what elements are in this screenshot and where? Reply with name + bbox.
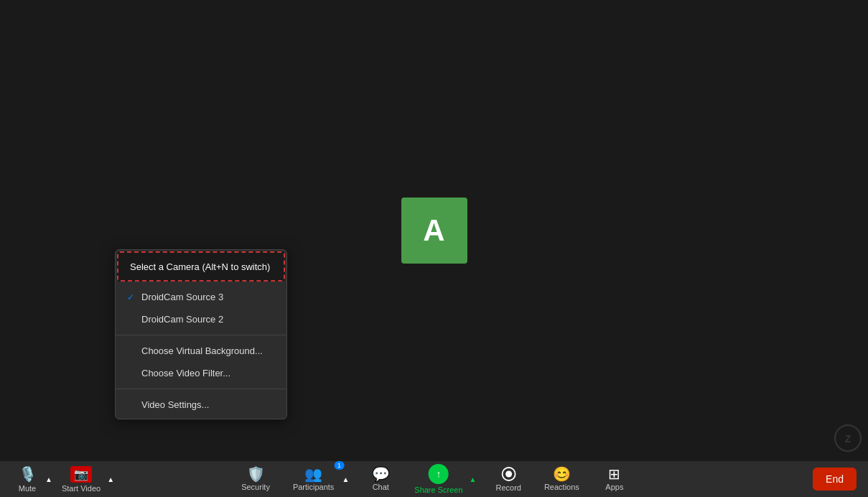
video-chevron-icon: ▲: [107, 475, 114, 483]
record-label: Record: [495, 483, 521, 492]
choose-virtual-bg[interactable]: ✓ Choose Virtual Background...: [116, 340, 286, 362]
divider-1: [116, 335, 286, 335]
divider-2: [116, 389, 286, 389]
chat-icon: 💬: [372, 467, 390, 481]
camera-sources-section: ✓ DroidCam Source 3 ✓ DroidCam Source 2: [116, 283, 286, 333]
reactions-icon: 😊: [553, 467, 571, 481]
security-button[interactable]: 🛡️ Security: [235, 464, 276, 494]
watermark: Z: [834, 424, 862, 455]
video-off-icon: 📷: [70, 466, 92, 483]
chat-button[interactable]: 💬 Chat: [363, 464, 398, 494]
dropdown-header-text: Select a Camera (Alt+N to switch): [130, 261, 270, 272]
video-settings-label: Video Settings...: [141, 399, 209, 410]
share-screen-group: ↑ Share Screen ▲: [410, 461, 478, 497]
end-button[interactable]: End: [813, 468, 857, 491]
share-screen-icon: ↑: [429, 464, 449, 484]
dropdown-header: Select a Camera (Alt+N to switch): [117, 251, 285, 282]
virtual-bg-label: Choose Virtual Background...: [141, 345, 263, 356]
shield-icon: 🛡️: [247, 467, 265, 481]
camera-source-1-label: DroidCam Source 3: [141, 292, 223, 302]
start-video-button[interactable]: 📷 Start Video: [57, 463, 105, 496]
avatar-container: A: [401, 198, 467, 264]
video-arrow[interactable]: ▲: [105, 465, 116, 493]
participants-group: 👥 1 Participants ▲: [287, 464, 351, 494]
share-arrow-icon: ↑: [436, 468, 441, 480]
camera-source-1[interactable]: ✓ DroidCam Source 3: [116, 286, 286, 308]
apps-icon: ⊞: [608, 467, 620, 481]
participants-chevron-icon: ▲: [342, 475, 349, 483]
participants-icon: 👥: [304, 467, 322, 481]
participants-label: Participants: [293, 483, 334, 491]
reactions-label: Reactions: [544, 483, 579, 491]
security-label: Security: [241, 483, 270, 491]
start-video-group: 📷 Start Video ▲: [57, 463, 116, 496]
mute-label: Mute: [19, 484, 36, 493]
svg-text:Z: Z: [845, 433, 851, 445]
share-screen-arrow[interactable]: ▲: [467, 465, 479, 493]
avatar-letter: A: [423, 213, 444, 248]
camera-source-2[interactable]: ✓ DroidCam Source 2: [116, 308, 286, 330]
camera-dropdown-menu: Select a Camera (Alt+N to switch) ✓ Droi…: [115, 249, 287, 419]
chat-label: Chat: [373, 483, 389, 491]
main-video-area: A Z Select a Camera (Alt+N to switch) ✓ …: [0, 0, 868, 461]
choose-video-filter[interactable]: ✓ Choose Video Filter...: [116, 362, 286, 384]
toolbar-left: 🎙️ Mute ▲ 📷 Start Video ▲: [11, 463, 116, 496]
start-video-label: Start Video: [62, 484, 101, 493]
mute-chevron-icon: ▲: [45, 475, 52, 483]
video-filter-label: Choose Video Filter...: [141, 368, 230, 378]
check-icon-1: ✓: [127, 292, 137, 302]
mute-arrow[interactable]: ▲: [43, 465, 55, 493]
toolbar-center: 🛡️ Security 👥 1 Participants ▲ 💬 Chat ↑: [235, 461, 633, 497]
microphone-icon: 🎙️: [19, 465, 37, 483]
share-screen-label: Share Screen: [414, 486, 462, 494]
share-screen-button[interactable]: ↑ Share Screen: [410, 461, 467, 497]
video-settings[interactable]: ✓ Video Settings...: [116, 394, 286, 416]
apps-button[interactable]: ⊞ Apps: [597, 464, 633, 494]
camera-source-2-label: DroidCam Source 2: [141, 314, 223, 325]
settings-section: ✓ Video Settings...: [116, 391, 286, 419]
user-avatar: A: [401, 198, 467, 264]
svg-point-3: [505, 471, 512, 478]
toolbar: 🎙️ Mute ▲ 📷 Start Video ▲ 🛡️ Security: [0, 461, 868, 497]
reactions-button[interactable]: 😊 Reactions: [538, 464, 585, 494]
toolbar-right: End: [813, 468, 857, 491]
participants-button[interactable]: 👥 1 Participants: [287, 464, 340, 494]
virtual-options-section: ✓ Choose Virtual Background... ✓ Choose …: [116, 337, 286, 387]
mute-button[interactable]: 🎙️ Mute: [11, 463, 43, 496]
mute-group: 🎙️ Mute ▲: [11, 463, 55, 496]
participants-count-badge: 1: [334, 461, 344, 470]
record-icon: [500, 466, 516, 482]
record-button[interactable]: Record: [490, 463, 526, 495]
apps-label: Apps: [605, 483, 623, 491]
share-screen-chevron-icon: ▲: [470, 475, 477, 483]
